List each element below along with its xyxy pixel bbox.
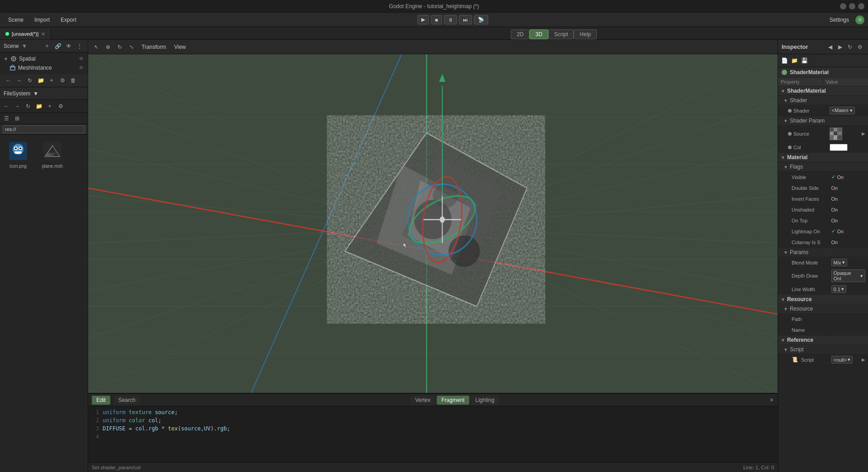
meshinstance-visibility-button[interactable]: 👁	[79, 65, 84, 71]
fs-add-button[interactable]: +	[45, 102, 54, 111]
fs-refresh-button[interactable]: ↻	[24, 102, 33, 111]
menu-import[interactable]: Import	[30, 15, 54, 25]
fs-file-plane-msh[interactable]: plane.msh	[38, 138, 67, 170]
script-val[interactable]: <null> ▾ ▶	[829, 354, 868, 365]
inspector-arrow-right[interactable]: ▶	[835, 42, 844, 52]
tab-3d[interactable]: 3D	[529, 29, 548, 39]
tab-script[interactable]: Script	[548, 29, 574, 39]
step-button[interactable]: ⏭	[459, 15, 472, 24]
tab-help[interactable]: Help	[574, 29, 597, 39]
resource-section[interactable]: ▼ Resource	[778, 295, 868, 304]
reference-section[interactable]: ▼ Reference	[778, 335, 868, 345]
fs-grid-view-button[interactable]: ⊞	[13, 114, 22, 123]
viewport-3d[interactable]: Perspective	[88, 54, 778, 393]
depth-draw-val[interactable]: Opaque Onl ▾	[829, 268, 868, 283]
inspector-settings-button[interactable]: ⚙	[855, 42, 864, 52]
material-section[interactable]: ▼ Material	[778, 153, 868, 162]
shader-subsection[interactable]: ▼ Shader	[778, 96, 868, 105]
menu-scene[interactable]: Scene	[4, 15, 28, 25]
scene-folder-button[interactable]: 📁	[36, 76, 45, 85]
scene-forward-button[interactable]: →	[14, 76, 24, 85]
fs-settings-button[interactable]: ⚙	[56, 102, 65, 111]
settings-button[interactable]: Settings	[825, 15, 854, 25]
inspector-file-button[interactable]: 📄	[780, 56, 789, 65]
blend-mode-val[interactable]: Mix ▾	[829, 257, 868, 268]
visible-val[interactable]: ✓On	[829, 173, 868, 181]
fragment-tab[interactable]: Fragment	[437, 396, 469, 405]
line-width-input[interactable]: 0.1 ▾	[831, 285, 846, 293]
shader-param-subsection[interactable]: ▼ Shader Param	[778, 116, 868, 126]
remote-button[interactable]: 📡	[474, 15, 488, 24]
params-subsection[interactable]: ▼ Params	[778, 248, 868, 257]
code-editor[interactable]: 1 uniform texture source; 2 uniform colo…	[88, 406, 778, 462]
colarray-val[interactable]: On	[829, 238, 868, 246]
fs-forward-button[interactable]: →	[13, 102, 22, 111]
scene-refresh-button[interactable]: ↻	[25, 76, 34, 85]
stop-button[interactable]: ■	[431, 15, 442, 24]
tree-item-meshinstance[interactable]: MeshInstance 👁	[0, 63, 88, 72]
resource-sub-section[interactable]: ▼ Resource	[778, 304, 868, 314]
vertex-tab[interactable]: Vertex	[410, 396, 435, 405]
lighting-tab[interactable]: Lighting	[471, 396, 499, 405]
scene-settings2-button[interactable]: ⚙	[58, 76, 67, 85]
shader-val[interactable]: <Materi ▾	[827, 105, 868, 116]
script-subsection[interactable]: ▼ Script	[778, 345, 868, 354]
double-side-val[interactable]: On	[829, 184, 868, 192]
inspector-folder-button[interactable]: 📁	[790, 56, 799, 65]
pause-button[interactable]: ⏸	[444, 15, 457, 24]
scale-tool[interactable]: ⤡	[127, 42, 136, 52]
scene-eye-button[interactable]: 👁	[64, 42, 73, 51]
inspector-save-button[interactable]: 💾	[800, 56, 809, 65]
path-val[interactable]	[829, 318, 868, 321]
bottom-panel-close-button[interactable]: ✕	[769, 397, 774, 403]
source-expand-button[interactable]: ▶	[862, 131, 865, 136]
source-texture-thumb[interactable]	[830, 127, 842, 140]
blend-mode-dropdown[interactable]: Mix ▾	[831, 259, 847, 266]
scene-add2-button[interactable]: +	[47, 76, 56, 85]
shader-dropdown[interactable]: <Materi ▾	[830, 107, 855, 114]
close-button[interactable]	[858, 3, 864, 9]
depth-draw-dropdown[interactable]: Opaque Onl ▾	[831, 269, 866, 282]
select-tool[interactable]: ↖	[92, 42, 101, 52]
source-val[interactable]: ▶	[827, 126, 868, 142]
script-expand-button[interactable]: ▶	[862, 357, 865, 362]
tab-close-button[interactable]: ✕	[41, 31, 45, 37]
shader-material-section[interactable]: ▼ ShaderMaterial	[778, 86, 868, 96]
invert-faces-val[interactable]: On	[829, 195, 868, 203]
scene-more-button[interactable]: ⋮	[75, 42, 84, 51]
scene-trash-button[interactable]: 🗑	[69, 76, 78, 85]
col-val[interactable]	[827, 142, 868, 152]
play-button[interactable]: ▶	[417, 15, 429, 24]
fs-back-button[interactable]: ←	[2, 102, 11, 111]
fs-path-input[interactable]	[3, 125, 85, 133]
script-dropdown[interactable]: <null> ▾	[831, 356, 853, 363]
scene-add-button[interactable]: +	[42, 42, 52, 51]
bottom-tab-search[interactable]: Search	[114, 396, 140, 405]
col-color-swatch[interactable]	[830, 144, 848, 151]
spatial-visibility-button[interactable]: 👁	[79, 56, 84, 62]
scene-back-button[interactable]: ←	[4, 76, 13, 85]
name-val[interactable]	[829, 329, 868, 331]
fs-folder-button[interactable]: 📁	[34, 102, 43, 111]
tab-2d[interactable]: 2D	[511, 29, 529, 39]
bottom-tab-edit[interactable]: Edit	[92, 396, 110, 405]
rotate-tool[interactable]: ↻	[115, 42, 124, 52]
transform-menu[interactable]: Transform	[139, 43, 169, 51]
fs-list-view-button[interactable]: ☰	[2, 114, 11, 123]
menu-export[interactable]: Export	[56, 15, 81, 25]
fs-file-icon-png[interactable]: icon.png	[4, 138, 33, 170]
move-tool[interactable]: ⊕	[104, 42, 113, 52]
minimize-button[interactable]	[840, 3, 846, 9]
tree-item-spatial[interactable]: ▼ Spatial 👁	[0, 54, 88, 63]
spatial-expand-arrow[interactable]: ▼	[4, 57, 8, 61]
unshaded-val[interactable]: On	[829, 206, 868, 214]
scene-link-button[interactable]: 🔗	[53, 42, 62, 51]
flags-subsection[interactable]: ▼ Flags	[778, 162, 868, 172]
view-menu[interactable]: View	[171, 43, 189, 51]
inspector-refresh-button[interactable]: ↻	[845, 42, 854, 52]
main-tab[interactable]: [unsaved(*)] ✕	[0, 28, 51, 39]
line-width-val[interactable]: 0.1 ▾	[829, 284, 868, 294]
lightmap-val[interactable]: ✓On	[829, 227, 868, 236]
maximize-button[interactable]	[849, 3, 855, 9]
on-top-val[interactable]: On	[829, 217, 868, 225]
